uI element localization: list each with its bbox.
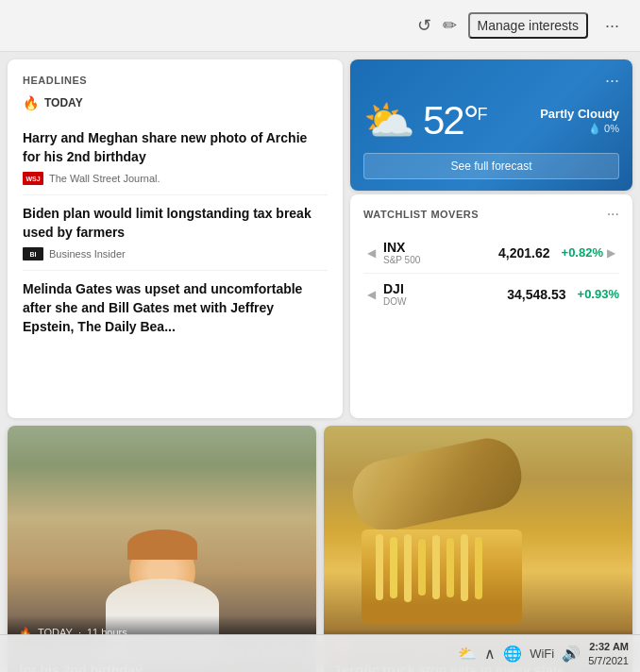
person-hair [127, 529, 197, 560]
weather-more-button[interactable]: ··· [363, 71, 619, 91]
weather-unit: F [478, 105, 486, 124]
news-headline-2[interactable]: Biden plan would limit longstanding tax … [23, 205, 328, 242]
watchlist-title: WATCHLIST MOVERS [363, 209, 479, 220]
stock-item-dji[interactable]: ◀ DJI DOW 34,548.53 +0.93% [363, 274, 619, 314]
source-name-2: Business Insider [49, 248, 126, 260]
stock-prev-arrow[interactable]: ◀ [363, 246, 379, 260]
stock-ticker-inx: INX [383, 240, 498, 255]
taskbar-time: 2:32 AM 5/7/2021 [588, 640, 629, 667]
widgets-panel: ··· ⛅ 52°F Partly Cloudy 💧 0% [350, 59, 632, 418]
forecast-button[interactable]: See full forecast [363, 153, 619, 179]
taskbar-clock: 2:32 AM [588, 640, 629, 653]
taskbar-arrow-icon[interactable]: ∧ [484, 645, 496, 663]
weather-main: ⛅ 52°F Partly Cloudy 💧 0% [363, 96, 619, 145]
edit-icon[interactable]: ✏ [443, 15, 457, 36]
news-item-3: Melinda Gates was upset and uncomfortabl… [23, 271, 328, 351]
today-badge: 🔥 TODAY [23, 95, 328, 110]
main-content: HEADLINES 🔥 TODAY Harry and Meghan share… [0, 52, 640, 634]
news-source-2: BI Business Insider [23, 247, 328, 260]
manage-interests-button[interactable]: Manage interests [468, 12, 588, 39]
taskbar-speaker-icon[interactable]: 🔊 [562, 645, 581, 663]
watchlist-more-button[interactable]: ··· [607, 206, 619, 223]
headlines-title: HEADLINES [23, 75, 328, 86]
stock-next-arrow[interactable]: ▶ [603, 246, 619, 260]
stock-item-inx[interactable]: ◀ INX S&P 500 4,201.62 +0.82% ▶ [363, 232, 619, 274]
stock-prev-arrow-2[interactable]: ◀ [363, 288, 379, 301]
weather-widget: ··· ⛅ 52°F Partly Cloudy 💧 0% [350, 59, 632, 191]
taskbar-weather-icon: ⛅ [458, 645, 477, 663]
food-wrap [346, 432, 528, 537]
news-item-2: Biden plan would limit longstanding tax … [23, 195, 328, 271]
top-bar: ↺ ✏ Manage interests ··· [0, 0, 640, 52]
weather-temperature: 52°F [423, 98, 486, 143]
fire-icon: 🔥 [23, 95, 39, 110]
taskbar-date: 5/7/2021 [588, 654, 629, 667]
watchlist-header: WATCHLIST MOVERS ··· [363, 206, 619, 223]
weather-condition: Partly Cloudy [540, 107, 619, 121]
bi-logo: BI [23, 247, 43, 260]
stock-change-inx: +0.82% [562, 245, 603, 260]
weather-precipitation: 💧 0% [540, 123, 619, 135]
source-name-1: The Wall Street Journal. [49, 173, 160, 184]
food-fries [362, 529, 522, 624]
stock-name-dji: DOW [383, 296, 507, 307]
top-section: HEADLINES 🔥 TODAY Harry and Meghan share… [0, 52, 640, 422]
more-options-button[interactable]: ··· [599, 12, 625, 40]
taskbar: ⛅ ∧ 🌐 WiFi 🔊 2:32 AM 5/7/2021 [0, 634, 640, 672]
headlines-panel: HEADLINES 🔥 TODAY Harry and Meghan share… [8, 59, 343, 418]
news-source-1: WSJ The Wall Street Journal. [23, 172, 328, 185]
stock-price-inx: 4,201.62 [498, 245, 550, 260]
news-headline-3[interactable]: Melinda Gates was upset and uncomfortabl… [23, 280, 328, 336]
wsj-logo: WSJ [23, 172, 43, 185]
stock-name-inx: S&P 500 [383, 255, 498, 265]
weather-description: Partly Cloudy 💧 0% [540, 107, 619, 135]
stock-info-dji: DJI DOW [379, 281, 507, 307]
taskbar-wifi-icon[interactable]: WiFi [530, 647, 554, 661]
refresh-icon[interactable]: ↺ [417, 15, 431, 36]
news-headline-1[interactable]: Harry and Meghan share new photo of Arch… [23, 129, 328, 166]
stock-info-inx: INX S&P 500 [379, 240, 498, 265]
weather-icon: ⛅ [363, 96, 415, 145]
taskbar-network-icon[interactable]: 🌐 [503, 645, 522, 663]
watchlist-widget: WATCHLIST MOVERS ··· ◀ INX S&P 500 4,201… [350, 194, 632, 418]
stock-change-dji: +0.93% [578, 287, 619, 301]
weather-icon-temp: ⛅ 52°F [363, 96, 486, 145]
news-item-1: Harry and Meghan share new photo of Arch… [23, 120, 328, 195]
stock-ticker-dji: DJI [383, 281, 507, 296]
stock-price-dji: 34,548.53 [507, 287, 565, 302]
today-label: TODAY [44, 96, 83, 109]
manage-interests-label: Manage interests [478, 18, 579, 33]
